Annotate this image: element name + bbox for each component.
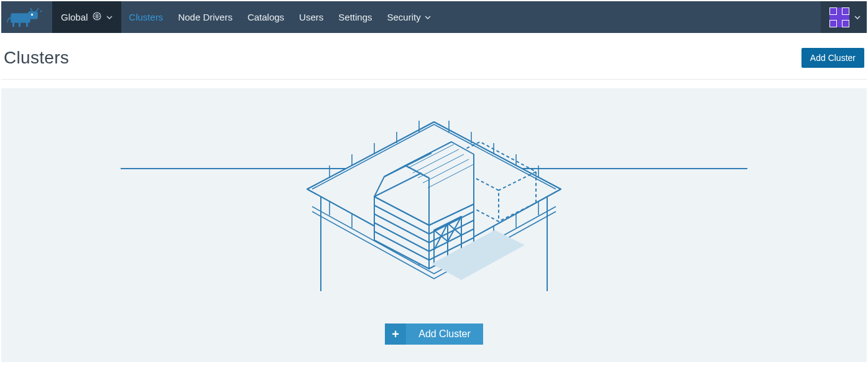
chevron-down-icon [854,12,861,23]
tab-label: Clusters [129,12,163,22]
tab-label: Users [299,12,323,22]
add-cluster-tile-button[interactable]: + Add Cluster [385,323,483,345]
tab-settings[interactable]: Settings [331,1,379,33]
cow-logo-icon [5,6,45,29]
globe-icon [93,12,101,22]
chevron-down-icon [425,12,431,22]
svg-point-5 [40,10,42,12]
tab-users[interactable]: Users [292,1,331,33]
nav-tabs: Clusters Node Drivers Catalogs Users Set… [121,1,438,33]
tab-label: Catalogs [247,12,284,22]
tab-node-drivers[interactable]: Node Drivers [170,1,240,33]
chevron-down-icon [106,12,113,22]
scope-label: Global [61,12,88,22]
tab-security[interactable]: Security [379,1,438,33]
brand-logo[interactable] [1,1,52,33]
scope-selector[interactable]: Global [52,1,121,33]
barn-fence-icon [275,117,593,291]
tab-label: Settings [338,12,372,22]
top-nav: Global Clusters Node Drivers Catalogs Us… [1,1,867,33]
tab-catalogs[interactable]: Catalogs [240,1,292,33]
add-cluster-tile-label: Add Cluster [406,323,483,345]
svg-rect-0 [11,14,30,22]
user-avatar-icon [829,7,849,27]
svg-rect-4 [26,22,28,27]
user-menu[interactable] [821,1,867,33]
page-header: Clusters Add Cluster [1,33,867,80]
svg-rect-3 [19,22,21,27]
svg-rect-2 [12,22,14,27]
empty-state-illustration [275,117,593,291]
tab-label: Security [387,12,420,22]
add-cluster-button[interactable]: Add Cluster [801,48,864,68]
tab-label: Node Drivers [178,12,233,22]
svg-rect-6 [31,14,33,16]
tab-clusters[interactable]: Clusters [121,1,170,33]
plus-icon: + [385,323,406,345]
empty-state-panel: + Add Cluster [1,88,867,362]
page-title: Clusters [4,48,69,68]
